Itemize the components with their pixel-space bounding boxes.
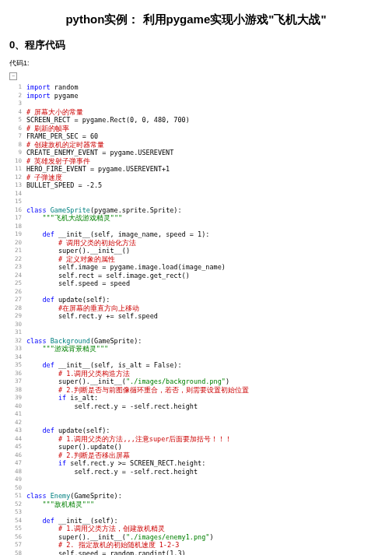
code-line: 27 def update(self): [9, 296, 383, 304]
code-line: 10# 英雄发射子弹事件 [9, 157, 383, 166]
code-line: 55 # 1.调用父类方法，创建敌机精灵 [9, 525, 383, 533]
code-line: 32class Background(GameSprite): [9, 337, 383, 346]
code-line: 58 self.speed = random.randint(1,3) [9, 550, 383, 556]
code-line: 37 super().__init__("./images/background… [9, 378, 383, 386]
code-line: 45 super().update() [9, 443, 383, 451]
code-line: 50 [9, 484, 383, 493]
code-line: 12# 子弹速度 [9, 174, 383, 182]
code-line: 30 [9, 321, 383, 329]
collapse-toggle[interactable]: − [9, 72, 17, 80]
code-line: 49 [9, 476, 383, 484]
code-line: 46 # 2.判断是否移出屏幕 [9, 451, 383, 460]
code-line: 38 # 2.判断是否与前图像循环重合，若否，则需要设置初始位置 [9, 386, 383, 395]
code-line: 34 [9, 353, 383, 362]
code-line: 56 super().__init__("./images/enemy1.png… [9, 533, 383, 542]
code-block: 1import random2import pygame3 4# 屏幕大小的常量… [9, 83, 383, 555]
code-line: 4# 屏幕大小的常量 [9, 108, 383, 117]
code-line: 19 def __init__(self, image_name, speed … [9, 230, 383, 239]
code-line: 41 [9, 410, 383, 419]
code-line: 26 [9, 288, 383, 297]
code-line: 6# 刷新的帧率 [9, 125, 383, 133]
code-line: 33 """游戏背景精灵""" [9, 345, 383, 353]
code-line: 28 #在屏幕的垂直方向上移动 [9, 304, 383, 313]
code-line: 16class GameSprite(pygame.sprite.Sprite)… [9, 206, 383, 215]
code-label: 代码1: [9, 58, 383, 68]
code-line: 44 # 1.调用父类的方法,,,注意super后面要加括号！！！ [9, 435, 383, 444]
code-line: 25 self.speed = speed [9, 279, 383, 288]
code-line: 52 """敌机精灵""" [9, 501, 383, 509]
code-line: 23 self.image = pygame.image.load(image_… [9, 263, 383, 272]
code-line: 3 [9, 100, 383, 108]
code-line: 13BULLET_SPEED = -2.5 [9, 181, 383, 190]
code-line: 22 # 定义对象的属性 [9, 255, 383, 264]
code-line: 8# 创建敌机的定时器常量 [9, 141, 383, 149]
code-line: 21 super().__init__() [9, 247, 383, 255]
code-line: 31 [9, 328, 383, 337]
code-line: 51class Enemy(GameSprite): [9, 492, 383, 501]
code-line: 57 # 2. 指定敌机的初始随机速度 1-2-3 [9, 541, 383, 550]
code-line: 48 self.rect.y = -self.rect.height [9, 468, 383, 476]
code-line: 15 [9, 198, 383, 206]
code-line: 40 self.rect.y = -self.rect.height [9, 402, 383, 411]
page-title: python实例： 利用pygame实现小游戏"飞机大战" [9, 12, 383, 27]
code-line: 14 [9, 190, 383, 198]
section-heading: 0、程序代码 [9, 38, 383, 52]
code-line: 29 self.rect.y += self.speed [9, 312, 383, 321]
code-line: 47 if self.rect.y >= SCREEN_RECT.height: [9, 459, 383, 468]
code-line: 18 [9, 223, 383, 231]
code-line: 9CREATE_ENEMY_EVENT = pygame.USEREVENT [9, 149, 383, 157]
code-line: 24 self.rect = self.image.get_rect() [9, 272, 383, 280]
code-line: 53 [9, 508, 383, 517]
code-line: 54 def __init__(self): [9, 517, 383, 525]
code-line: 11HERO_FIRE_EVENT = pygame.USEREVENT+1 [9, 165, 383, 174]
code-line: 17 """飞机大战游戏精灵""" [9, 214, 383, 223]
code-line: 20 # 调用父类的初始化方法 [9, 239, 383, 248]
code-line: 36 # 1.调用父类构造方法 [9, 370, 383, 378]
code-line: 35 def __init__(self, is_alt = False): [9, 361, 383, 370]
code-line: 7FRAME_PER_SEC = 60 [9, 132, 383, 141]
code-line: 43 def update(self): [9, 427, 383, 435]
code-line: 42 [9, 419, 383, 427]
code-line: 5SCREEN_RECT = pygame.Rect(0, 0, 480, 70… [9, 116, 383, 125]
code-line: 39 if is_alt: [9, 394, 383, 402]
code-line: 1import random [9, 83, 383, 92]
code-line: 2import pygame [9, 92, 383, 100]
